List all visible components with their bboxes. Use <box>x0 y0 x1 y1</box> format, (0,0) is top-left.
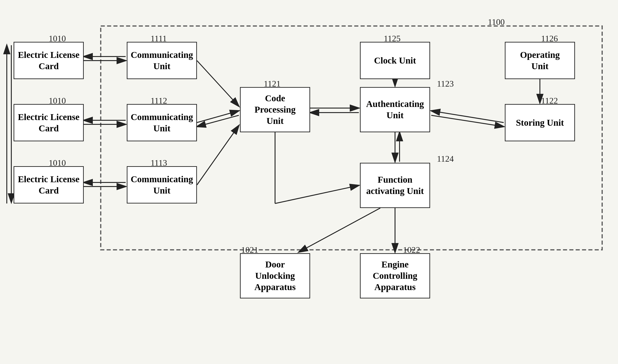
operating-unit: OperatingUnit <box>505 42 575 79</box>
label-1010a: 1010 <box>49 33 66 43</box>
engine-controlling-apparatus: EngineControllingApparatus <box>360 253 430 299</box>
diagram-container: Electric LicenseCard Electric LicenseCar… <box>0 0 618 364</box>
label-1010c: 1010 <box>49 158 66 168</box>
clock-unit: Clock Unit <box>360 42 430 79</box>
label-1010b: 1010 <box>49 96 66 105</box>
label-1021: 1021 <box>241 245 258 255</box>
label-1125: 1125 <box>384 33 401 43</box>
storing-unit: Storing Unit <box>505 104 575 141</box>
label-1113: 1113 <box>151 158 167 168</box>
communicating-unit-2: CommunicatingUnit <box>127 104 197 141</box>
label-1126: 1126 <box>541 33 558 43</box>
comm3-to-codeproc <box>197 126 239 185</box>
label-1100: 1100 <box>488 17 505 27</box>
label-1123: 1123 <box>437 79 454 89</box>
electric-license-card-3: Electric LicenseCard <box>14 166 84 204</box>
label-1121: 1121 <box>264 79 281 89</box>
label-1111: 1111 <box>151 33 167 43</box>
codeproc-to-func-horiz <box>275 185 359 204</box>
electric-license-card-1: Electric LicenseCard <box>14 42 84 79</box>
label-1112: 1112 <box>151 96 167 105</box>
communicating-unit-1: CommunicatingUnit <box>127 42 197 79</box>
func-to-door <box>299 208 380 252</box>
label-1124: 1124 <box>437 154 454 164</box>
authenticating-unit: AuthenticatingUnit <box>360 87 430 132</box>
electric-license-card-2: Electric LicenseCard <box>14 104 84 141</box>
door-unlocking-apparatus: DoorUnlockingApparatus <box>240 253 310 299</box>
label-1122: 1122 <box>541 96 558 105</box>
comm1-to-codeproc <box>197 61 239 106</box>
communicating-unit-3: CommunicatingUnit <box>127 166 197 204</box>
label-1022: 1022 <box>403 245 420 255</box>
function-activating-unit: Functionactivating Unit <box>360 163 430 208</box>
code-processing-unit: CodeProcessingUnit <box>240 87 310 132</box>
